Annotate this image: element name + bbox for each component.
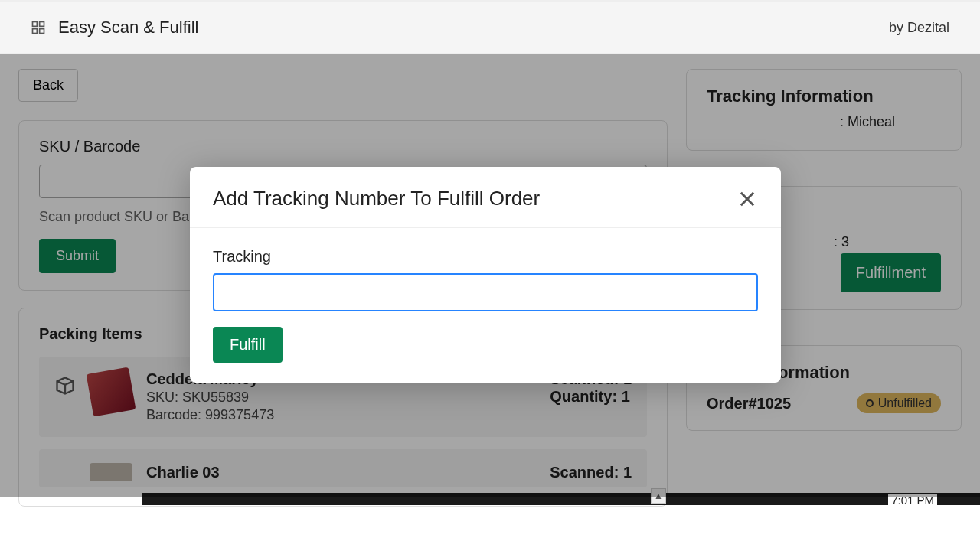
vendor-label: by Dezital [889, 20, 949, 36]
tracking-input[interactable] [213, 273, 758, 311]
modal-title: Add Tracking Number To Fulfill Order [213, 187, 540, 210]
apps-grid-icon [31, 20, 46, 35]
tracking-modal: Add Tracking Number To Fulfill Order Tra… [190, 167, 781, 383]
svg-rect-1 [40, 22, 44, 27]
os-taskbar [142, 493, 980, 505]
close-icon[interactable] [737, 188, 758, 210]
svg-rect-2 [33, 29, 38, 34]
back-button[interactable]: Back [18, 69, 78, 102]
top-bar: Easy Scan & Fulfill by Dezital [0, 0, 980, 54]
app-title: Easy Scan & Fulfill [58, 18, 198, 37]
status-dot-icon [866, 399, 874, 407]
item-name: Charlie 03 [146, 464, 536, 481]
package-icon [54, 375, 76, 396]
tracking-title: Tracking Information [707, 86, 941, 106]
product-thumbnail [90, 463, 132, 481]
svg-rect-3 [40, 29, 44, 34]
submit-button[interactable]: Submit [39, 239, 116, 273]
product-thumbnail [87, 367, 136, 417]
item-barcode: Barcode: 999375473 [146, 407, 536, 423]
status-badge: Unfulfilled [857, 393, 941, 413]
packing-item: Charlie 03 Scanned: 1 [39, 449, 647, 487]
system-clock: 7:01 PM [888, 494, 937, 507]
tracking-label: Tracking [213, 248, 758, 266]
svg-rect-0 [33, 22, 38, 27]
sku-label: SKU / Barcode [39, 138, 647, 155]
item-sku: SKU: SKU55839 [146, 390, 536, 406]
tracking-info-card: Tracking Information : Micheal [686, 69, 962, 151]
tracking-line: : Micheal [707, 114, 941, 130]
item-stats: Scanned: 1 [550, 464, 632, 481]
order-number: Order#1025 [707, 395, 791, 412]
scroll-up-icon[interactable]: ▲ [651, 488, 666, 504]
fulfillment-button[interactable]: Fulfillment [841, 253, 941, 292]
fulfill-button[interactable]: Fulfill [213, 327, 283, 363]
